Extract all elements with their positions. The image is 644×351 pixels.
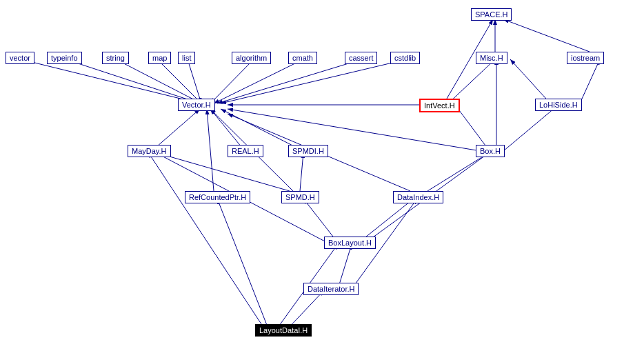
node-list[interactable]: list bbox=[178, 52, 195, 64]
svg-line-2 bbox=[66, 59, 200, 103]
node-typeinfo[interactable]: typeinfo bbox=[47, 52, 82, 64]
node-maydayh[interactable]: MayDay.H bbox=[128, 145, 171, 157]
svg-line-3 bbox=[116, 59, 201, 103]
svg-line-26 bbox=[155, 152, 290, 191]
node-dataindexh[interactable]: DataIndex.H bbox=[393, 191, 443, 203]
svg-line-11 bbox=[503, 19, 590, 52]
node-realh[interactable]: REAL.H bbox=[228, 145, 263, 157]
node-lohisideh[interactable]: LoHiSide.H bbox=[535, 99, 582, 111]
svg-line-37 bbox=[148, 152, 265, 330]
node-intvecth[interactable]: IntVect.H bbox=[419, 99, 460, 112]
svg-line-8 bbox=[217, 59, 362, 103]
svg-line-5 bbox=[188, 59, 201, 103]
svg-line-1 bbox=[21, 59, 200, 103]
node-dataiteratorh[interactable]: DataIterator.H bbox=[303, 283, 359, 295]
node-cassert[interactable]: cassert bbox=[345, 52, 377, 64]
node-vectorh[interactable]: Vector.H bbox=[178, 99, 215, 111]
node-spaceh[interactable]: SPACE.H bbox=[471, 8, 512, 21]
node-refcountedptrh[interactable]: RefCountedPtr.H bbox=[185, 191, 250, 203]
node-spmdh[interactable]: SPMD.H bbox=[281, 191, 319, 203]
svg-line-7 bbox=[214, 59, 303, 103]
svg-line-19 bbox=[228, 109, 481, 151]
svg-line-17 bbox=[455, 105, 490, 151]
node-iostream[interactable]: iostream bbox=[567, 52, 604, 64]
node-boxh[interactable]: Box.H bbox=[476, 145, 505, 157]
node-misch[interactable]: Misc.H bbox=[476, 52, 507, 64]
svg-line-28 bbox=[427, 152, 490, 191]
svg-line-38 bbox=[217, 199, 269, 330]
node-algorithm[interactable]: algorithm bbox=[232, 52, 271, 64]
diagram-container: vector typeinfo string map list algorith… bbox=[0, 0, 644, 351]
svg-line-6 bbox=[210, 59, 254, 103]
node-boxlayouth[interactable]: BoxLayout.H bbox=[324, 237, 376, 249]
node-layoutdataih[interactable]: LayoutDataI.H bbox=[255, 324, 312, 337]
svg-line-9 bbox=[221, 59, 407, 103]
node-string[interactable]: string bbox=[102, 52, 129, 64]
arrows-svg bbox=[0, 0, 644, 351]
node-vector[interactable]: vector bbox=[6, 52, 34, 64]
svg-line-4 bbox=[157, 59, 201, 103]
svg-line-25 bbox=[300, 152, 303, 191]
node-cmath[interactable]: cmath bbox=[288, 52, 317, 64]
svg-line-24 bbox=[207, 109, 214, 191]
node-spmdih[interactable]: SPMDI.H bbox=[288, 145, 328, 157]
svg-line-16 bbox=[579, 59, 600, 105]
svg-line-18 bbox=[503, 105, 559, 151]
node-cstdlib[interactable]: cstdlib bbox=[390, 52, 420, 64]
node-map[interactable]: map bbox=[148, 52, 171, 64]
